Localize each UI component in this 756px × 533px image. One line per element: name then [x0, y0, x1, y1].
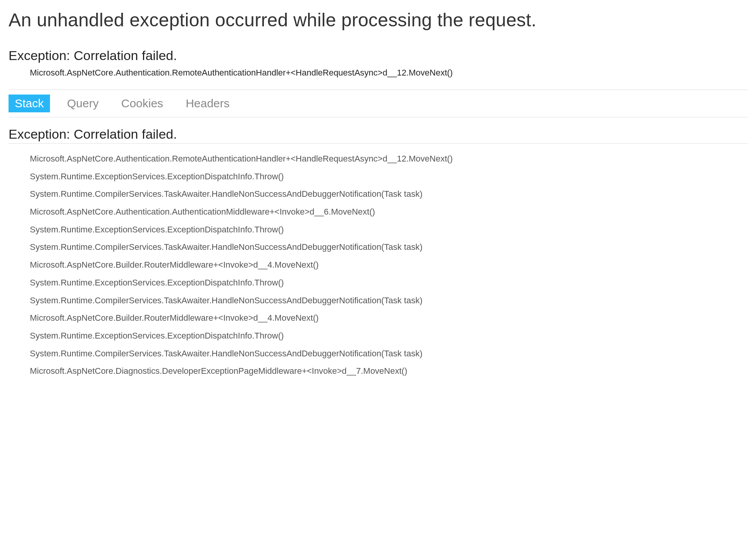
stack-frames-list: Microsoft.AspNetCore.Authentication.Remo… [30, 150, 748, 380]
stack-frame[interactable]: System.Runtime.ExceptionServices.Excepti… [30, 327, 748, 345]
divider-tabs [9, 117, 748, 117]
divider-stack-heading [9, 143, 748, 144]
exception-type: Exception: Correlation failed. [9, 48, 748, 63]
stack-frame[interactable]: Microsoft.AspNetCore.Builder.RouterMiddl… [30, 256, 748, 274]
stack-frame[interactable]: System.Runtime.CompilerServices.TaskAwai… [30, 292, 748, 309]
stack-frame[interactable]: System.Runtime.ExceptionServices.Excepti… [30, 274, 748, 292]
tab-stack[interactable]: Stack [9, 95, 50, 112]
tab-cookies[interactable]: Cookies [116, 95, 169, 112]
stack-frame[interactable]: System.Runtime.CompilerServices.TaskAwai… [30, 238, 748, 256]
stack-frame[interactable]: Microsoft.AspNetCore.Diagnostics.Develop… [30, 362, 748, 380]
page-title: An unhandled exception occurred while pr… [9, 9, 748, 31]
stack-frame[interactable]: System.Runtime.ExceptionServices.Excepti… [30, 221, 748, 239]
exception-source: Microsoft.AspNetCore.Authentication.Remo… [30, 68, 748, 78]
tab-headers[interactable]: Headers [180, 95, 235, 112]
stack-frame[interactable]: System.Runtime.CompilerServices.TaskAwai… [30, 345, 748, 363]
exception-summary: Exception: Correlation failed. Microsoft… [9, 48, 748, 78]
stack-exception-heading: Exception: Correlation failed. [9, 127, 748, 142]
tab-query[interactable]: Query [62, 95, 104, 112]
stack-frame[interactable]: System.Runtime.CompilerServices.TaskAwai… [30, 185, 748, 203]
stack-frame[interactable]: Microsoft.AspNetCore.Authentication.Remo… [30, 150, 748, 168]
divider-top [9, 89, 748, 90]
stack-frame[interactable]: Microsoft.AspNetCore.Builder.RouterMiddl… [30, 309, 748, 327]
tab-bar: Stack Query Cookies Headers [9, 95, 748, 112]
stack-frame[interactable]: System.Runtime.ExceptionServices.Excepti… [30, 168, 748, 186]
stack-frame[interactable]: Microsoft.AspNetCore.Authentication.Auth… [30, 203, 748, 221]
